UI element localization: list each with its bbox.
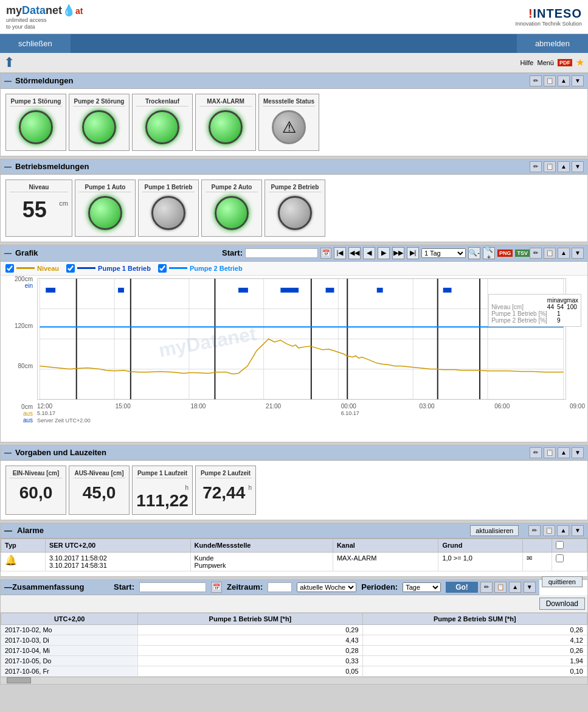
zusammen-cal-btn[interactable]: 📅 <box>211 582 222 593</box>
close-button[interactable]: schließen <box>0 34 71 53</box>
stats-p1-label: Pumpe 1 Betrieb [%] <box>491 310 547 317</box>
row-p2: 0,10 <box>362 666 587 676</box>
pumpe1-auto-box: Pumpe 1 Auto <box>75 180 136 237</box>
betrieb-export-button[interactable]: 📋 <box>544 161 556 172</box>
horizontal-scrollbar[interactable] <box>1 677 587 684</box>
pumpe1-betrieb-box: Pumpe 1 Betrieb <box>138 180 199 237</box>
grafik-edit-btn[interactable]: ✏ <box>530 248 542 259</box>
download-button[interactable]: Download <box>539 598 585 610</box>
nav-next-big[interactable]: ▶▶ <box>392 247 404 259</box>
select-all-checkbox[interactable] <box>556 541 564 549</box>
alarme-toggle[interactable]: — <box>4 526 12 535</box>
alarme-table: Typ SER UTC+2,00 Kunde/Messstelle Kanal … <box>1 539 587 571</box>
alarme-edit-btn[interactable]: ✏ <box>528 525 541 536</box>
star-icon[interactable]: ★ <box>576 57 584 68</box>
zusammen-export-btn[interactable]: 📋 <box>494 582 507 593</box>
alarm-checkbox[interactable] <box>556 554 564 562</box>
alarm-typ-cell: 🔔 <box>1 552 46 571</box>
perioden-select[interactable]: Tage Stunden Wochen Monate <box>403 582 441 592</box>
x-0900: 09:00 <box>570 403 585 416</box>
legend-pumpe2-check[interactable] <box>158 264 167 273</box>
legend-niveau: Niveau <box>5 264 59 273</box>
vorgaben-header: — Vorgaben und Lauzeiten ✏ 📋 ▲ ▼ <box>1 445 587 461</box>
pumpe1-laufzeit-area: h 111,22 <box>136 483 189 511</box>
x-0300: 03:00 <box>420 403 435 416</box>
betrieb-down-button[interactable]: ▼ <box>572 161 584 172</box>
zusammen-edit-btn[interactable]: ✏ <box>480 582 493 593</box>
export-button[interactable]: 📋 <box>544 75 556 86</box>
legend-pumpe1-check[interactable] <box>66 264 75 273</box>
legend-niveau-check[interactable] <box>5 264 14 273</box>
logout-button[interactable]: abmelden <box>517 34 588 53</box>
table-row: 2017-10-06, Fr0,050,10 <box>1 666 587 676</box>
grafik-toggle-icon[interactable]: — <box>4 249 12 257</box>
nav-prev-big[interactable]: ◀◀ <box>348 247 361 259</box>
edit-button[interactable]: ✏ <box>530 75 542 86</box>
pdf-button[interactable]: PDF <box>558 59 572 66</box>
hilfe-link[interactable]: Hilfe <box>520 59 533 66</box>
up-button[interactable]: ▲ <box>558 75 570 86</box>
zusammen-up-btn[interactable]: ▲ <box>509 582 521 593</box>
th-p2: Pumpe 2 Betrieb SUM [*h] <box>362 613 587 624</box>
svg-rect-24 <box>280 288 299 293</box>
legend-pumpe2-bar <box>169 267 187 269</box>
zusammen-start-input[interactable] <box>139 582 206 592</box>
row-date: 2017-10-03, Di <box>1 635 138 645</box>
nav-next[interactable]: ▶ <box>378 247 390 259</box>
stoermeldungen-section: — Störmeldungen ✏ 📋 ▲ ▼ Pumpe 1 Störung … <box>0 73 588 156</box>
table-row: 2017-10-03, Di4,434,12 <box>1 635 587 645</box>
start-input[interactable] <box>245 248 318 258</box>
nav-bar: schließen abmelden <box>0 34 588 53</box>
zoom-out[interactable]: 🔍- <box>468 247 480 259</box>
row-p2: 1,94 <box>362 655 587 666</box>
toggle-icon[interactable]: — <box>4 77 12 85</box>
grafik-up-btn[interactable]: ▲ <box>558 248 570 259</box>
png-button[interactable]: PNG <box>497 250 513 257</box>
down-button[interactable]: ▼ <box>572 75 584 86</box>
menu-link[interactable]: Menü <box>537 59 554 66</box>
nav-last[interactable]: ▶| <box>407 247 419 259</box>
ein-niveau-label: EIN-Niveau [cm] <box>10 470 62 478</box>
grafik-export-btn[interactable]: 📋 <box>544 248 556 259</box>
alarme-up-btn[interactable]: ▲ <box>557 525 569 536</box>
svg-rect-17 <box>311 279 312 399</box>
nav-first[interactable]: |◀ <box>334 247 346 259</box>
vorgaben-export-btn[interactable]: 📋 <box>544 447 556 458</box>
vorgaben-edit-btn[interactable]: ✏ <box>530 447 542 458</box>
svg-rect-27 <box>443 288 452 293</box>
svg-rect-18 <box>347 279 348 399</box>
scrollbar-thumb[interactable] <box>7 677 31 683</box>
alarme-down-btn[interactable]: ▼ <box>572 525 584 536</box>
tsv-button[interactable]: TSV <box>515 250 530 257</box>
zusammen-toggle[interactable]: — <box>4 582 12 592</box>
stats-h3: max <box>567 297 578 304</box>
betriebsmeldungen-header: — Betriebsmeldungen ✏ 📋 ▲ ▼ <box>1 159 587 175</box>
calendar-button[interactable]: 📅 <box>320 248 331 259</box>
grafik-down-btn[interactable]: ▼ <box>572 248 584 259</box>
aktualisieren-button[interactable]: aktualisieren <box>470 525 519 536</box>
time-range-select[interactable]: 1 Tag 1 Stunde 6 Stunden 1 Woche 1 Monat <box>421 248 466 258</box>
vorgaben-toggle[interactable]: — <box>4 448 12 457</box>
table-row: 2017-10-02, Mo0,290,26 <box>1 624 587 635</box>
zusammen-down-btn[interactable]: ▼ <box>524 582 536 593</box>
legend-pumpe1-bar <box>77 267 95 269</box>
alarme-export-btn[interactable]: 📋 <box>543 525 555 536</box>
vorgaben-down-btn[interactable]: ▼ <box>572 447 584 458</box>
toolbar-left: ⬆ <box>4 55 516 71</box>
betrieb-edit-button[interactable]: ✏ <box>530 161 542 172</box>
nav-prev[interactable]: ◀ <box>363 247 375 259</box>
vorgaben-up-btn[interactable]: ▲ <box>558 447 570 458</box>
betrieb-up-button[interactable]: ▲ <box>558 161 570 172</box>
zeitraum-input[interactable] <box>268 582 292 592</box>
zoom-in[interactable]: 🔍+ <box>483 247 495 259</box>
zeitraum-select[interactable]: aktuelle Woche letzte Woche aktueller Mo… <box>297 582 356 592</box>
top-header: myDatanet💧at unlimited access to your da… <box>0 0 588 34</box>
betrieb-toggle-icon[interactable]: — <box>4 162 12 171</box>
messstelle-label: Messstelle Status <box>263 98 315 106</box>
zusammen-table: UTC+2,00 Pumpe 1 Betrieb SUM [*h] Pumpe … <box>1 613 587 677</box>
upload-icon[interactable]: ⬆ <box>4 55 15 71</box>
pumpe2-laufzeit-area: h 72,44 <box>199 483 252 503</box>
zusammen-table-container[interactable]: UTC+2,00 Pumpe 1 Betrieb SUM [*h] Pumpe … <box>1 613 587 677</box>
quittieren-button[interactable]: quittieren <box>542 576 583 587</box>
go-button[interactable]: Go! <box>446 582 478 593</box>
